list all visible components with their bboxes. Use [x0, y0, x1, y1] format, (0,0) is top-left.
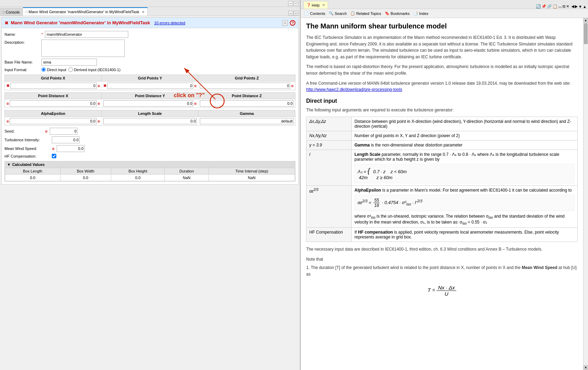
name-input[interactable] — [45, 31, 128, 38]
help-tab-bar: ❓ Help ✕ 🔄 📌 🔗 📋 — ⧉ ✕ ◀ ▶ ▼ ▲ — [301, 0, 588, 9]
tab-bar-maximize[interactable]: □ — [294, 11, 299, 16]
duration-formula: T = Nx · ΔxU — [306, 281, 578, 300]
grid-x-error: ✖ — [6, 83, 10, 88]
radio-derived[interactable]: Derived input (IEC61400-1) — [68, 67, 121, 72]
mann-tab-label: Mann Wind Generator 'mannWindGenerator' … — [28, 10, 139, 14]
base-filename-row: Base File Name: — [5, 59, 295, 66]
nav-forward[interactable]: ▶ — [575, 4, 578, 9]
params-header: AlphaEpsilon Length Scale Gamma — [5, 110, 295, 117]
params-section: AlphaEpsilon Length Scale Gamma ⊗ ⊗ — [5, 110, 295, 126]
seed-input[interactable] — [50, 128, 77, 135]
grid-y-error: ✖ — [103, 83, 107, 88]
tab-mann[interactable]: □ Mann Wind Generator 'mannWindGenerator… — [23, 7, 148, 16]
dist-x-cell: ⊗ ⊗ — [5, 99, 102, 108]
gamma-header: Gamma — [198, 110, 295, 117]
toolbar-contents[interactable]: 📄 Contents — [303, 11, 327, 16]
minimize-button[interactable]: — — [288, 1, 293, 6]
radio-direct[interactable]: Direct input — [41, 67, 66, 72]
help-title: The Mann uniform shear turbulence model — [306, 22, 578, 30]
nav-down[interactable]: ▼ — [578, 5, 582, 9]
tab-bar-minimize[interactable]: — — [288, 11, 293, 16]
help-intro: The IEC Turbulence Simulator is an imple… — [306, 34, 578, 60]
help-tab-close[interactable]: ✕ — [322, 3, 325, 7]
toolbar-index[interactable]: 📑 Index — [412, 11, 430, 16]
wind-speed-input[interactable] — [57, 145, 84, 152]
description-label: Description: — [5, 40, 39, 44]
related-icon: 📋 — [350, 11, 355, 16]
calc-box-height: 0.0 — [111, 175, 165, 181]
radio-derived-input[interactable] — [68, 67, 73, 72]
scroll-thumb[interactable] — [584, 23, 588, 44]
dist-x-input[interactable] — [10, 100, 97, 107]
dist-y-input[interactable] — [103, 100, 194, 107]
base-filename-input[interactable] — [41, 59, 97, 66]
toolbar-icon-4[interactable]: 📋 — [553, 4, 557, 9]
calc-col-time-interval: Time Interval (step) — [209, 168, 295, 175]
desc-hf: If HF compensation is applied, point vel… — [352, 228, 578, 242]
toolbar-icon-3[interactable]: 🔗 — [547, 4, 552, 9]
mann-tab-close[interactable]: ✕ — [142, 10, 145, 14]
help-footer2: Note that — [306, 256, 578, 263]
hf-checkbox[interactable] — [52, 154, 56, 158]
toolbar-search[interactable]: 🔍 Search — [327, 11, 348, 16]
dist-x-error2: ⊗ — [97, 102, 100, 106]
calc-row: 0.0 0.0 0.0 NaN NaN — [5, 175, 295, 181]
form-body: Name: * Description: Base File Name: — [2, 28, 298, 184]
grid-y-input[interactable] — [107, 83, 194, 89]
alpha-input[interactable] — [10, 118, 97, 124]
gamma-input[interactable] — [200, 118, 294, 124]
dist-z-input[interactable] — [200, 100, 294, 107]
nav-back[interactable]: ◀ — [571, 4, 574, 9]
help-scroll-area: The Mann uniform shear turbulence model … — [301, 18, 588, 370]
win-minimize[interactable]: — — [558, 5, 562, 9]
help-scrollbar[interactable]: ▲ ▼ — [583, 18, 588, 370]
form-error-link[interactable]: 10 errors detected — [154, 21, 185, 25]
description-input[interactable] — [41, 40, 125, 57]
bookmarks-label: Bookmarks — [391, 11, 410, 16]
length-input[interactable] — [103, 118, 197, 124]
win-restore[interactable]: ⧉ — [563, 4, 565, 9]
scroll-down-btn[interactable]: ▼ — [583, 365, 588, 370]
help-content: The Mann uniform shear turbulence model … — [301, 18, 583, 370]
name-label: Name: — [5, 32, 39, 36]
table-row-n: Nx,Ny,Nz Number of grid points in X, Y a… — [307, 131, 578, 141]
win-close[interactable]: ✕ — [566, 4, 569, 9]
maximize-button[interactable]: □ — [294, 1, 299, 6]
related-label: Related Topics — [356, 11, 381, 16]
help-tab[interactable]: ❓ Help ✕ — [303, 1, 328, 9]
toolbar-bookmarks[interactable]: 🔖 Bookmarks — [383, 11, 411, 16]
turbulence-input[interactable] — [52, 136, 80, 143]
calc-table: Box Length Box Width Box Height Duration… — [5, 168, 295, 181]
grid-z-input[interactable] — [200, 83, 290, 89]
calc-col-box-width: Box Width — [60, 168, 111, 175]
calc-duration: NaN — [165, 175, 209, 181]
form-checkbox-btn[interactable]: □ — [282, 20, 288, 26]
help-button[interactable]: ? — [290, 20, 295, 26]
calc-header[interactable]: ▼ Calculated Values — [5, 161, 295, 168]
help-link[interactable]: http://www.hawc2.dk/download/pre-process… — [306, 87, 402, 92]
description-field-row: Description: — [5, 40, 295, 57]
scroll-up-btn[interactable]: ▲ — [583, 18, 588, 23]
wind-speed-label: Mean Wind Speed: — [5, 146, 50, 151]
table-row-alpha: αε2/3 AlphaEpsilon is a parameter in Man… — [307, 186, 578, 228]
search-icon: 🔍 — [329, 11, 334, 16]
gamma-cell — [198, 117, 295, 125]
help-tab-label: Help — [312, 3, 320, 7]
tab-console[interactable]: □ Console — [0, 8, 23, 16]
seed-error: ⊗ — [45, 129, 48, 133]
hf-row: HF Compensation: — [5, 154, 295, 158]
point-distance-row: ⊗ ⊗ ⊗ — [5, 99, 295, 108]
toolbar-icon-2[interactable]: 📌 — [541, 4, 546, 9]
point-distance-section: Point Distance X Point Distance Y Point … — [5, 92, 295, 108]
turbulence-row: Turbulence Intensity: — [5, 136, 295, 143]
grid-points-y-header: Grid Points Y — [102, 75, 199, 81]
seed-row: Seed: ⊗ — [5, 128, 295, 135]
toolbar-related[interactable]: 📋 Related Topics — [349, 11, 383, 16]
desc-l: Length Scale parameter, normally in the … — [352, 150, 578, 186]
nav-up[interactable]: ▲ — [583, 5, 587, 9]
radio-direct-input[interactable] — [41, 67, 46, 72]
help-table: Δx,Δy,Δz Distance between grid point in … — [306, 117, 578, 242]
grid-x-input[interactable] — [10, 83, 97, 89]
calc-box-length: 0.0 — [5, 175, 60, 181]
toolbar-icon-1[interactable]: 🔄 — [536, 4, 541, 9]
